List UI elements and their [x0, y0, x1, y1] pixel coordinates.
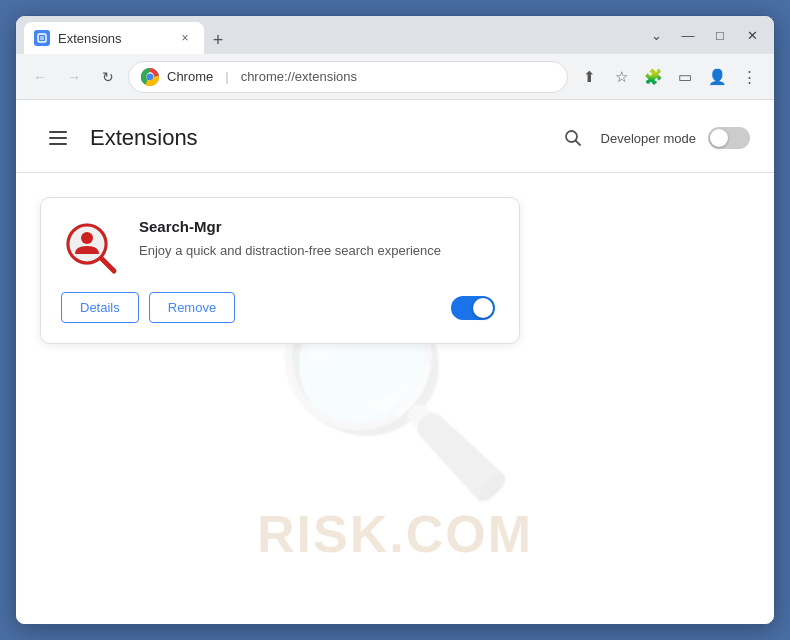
active-tab[interactable]: Extensions ×	[24, 22, 204, 54]
window-controls: ⌄ — □ ✕	[642, 21, 766, 49]
card-bottom: Details Remove	[61, 292, 495, 323]
minimize-button[interactable]: —	[674, 21, 702, 49]
page-content: Extensions Developer mode 🔍 RISK.COM	[16, 100, 774, 624]
details-button[interactable]: Details	[61, 292, 139, 323]
svg-line-10	[102, 259, 114, 271]
bookmark-icon[interactable]: ☆	[606, 62, 636, 92]
extension-description: Enjoy a quick and distraction-free searc…	[139, 241, 495, 261]
toolbar-icons: ⬆ ☆ 🧩 ▭ 👤 ⋮	[574, 62, 764, 92]
extension-name: Search-Mgr	[139, 218, 495, 235]
chevron-down-icon[interactable]: ⌄	[642, 21, 670, 49]
reload-button[interactable]: ↻	[94, 63, 122, 91]
url-brand: Chrome	[167, 69, 213, 84]
toggle-on-knob	[473, 298, 493, 318]
card-top: Search-Mgr Enjoy a quick and distraction…	[61, 218, 495, 278]
forward-button[interactable]: →	[60, 63, 88, 91]
chrome-logo-icon	[141, 68, 159, 86]
watermark-text: RISK.COM	[257, 504, 533, 564]
toggle-knob	[710, 129, 728, 147]
svg-line-7	[575, 141, 580, 146]
tab-close-button[interactable]: ×	[176, 29, 194, 47]
menu-button[interactable]	[40, 120, 76, 156]
developer-mode-label: Developer mode	[601, 131, 696, 146]
extension-card: Search-Mgr Enjoy a quick and distraction…	[40, 197, 520, 344]
page-title: Extensions	[90, 125, 557, 151]
tab-favicon	[34, 30, 50, 46]
header-actions: Developer mode	[557, 122, 750, 154]
tab-title: Extensions	[58, 31, 122, 46]
sidebar-icon[interactable]: ▭	[670, 62, 700, 92]
extension-enabled-toggle[interactable]	[451, 296, 495, 320]
back-button[interactable]: ←	[26, 63, 54, 91]
share-icon[interactable]: ⬆	[574, 62, 604, 92]
maximize-button[interactable]: □	[706, 21, 734, 49]
page-header: Extensions Developer mode	[16, 100, 774, 173]
profile-icon[interactable]: 👤	[702, 62, 732, 92]
title-bar: Extensions × + ⌄ — □ ✕	[16, 16, 774, 54]
address-bar: ← → ↻ Chrome | chrome://extensions ⬆ ☆	[16, 54, 774, 100]
search-button[interactable]	[557, 122, 589, 154]
extension-icon	[61, 218, 121, 278]
svg-rect-0	[38, 34, 46, 42]
url-separator: |	[225, 69, 228, 84]
close-button[interactable]: ✕	[738, 21, 766, 49]
tab-area: Extensions × +	[24, 16, 628, 54]
remove-button[interactable]: Remove	[149, 292, 235, 323]
developer-mode-toggle[interactable]	[708, 127, 750, 149]
url-path: chrome://extensions	[241, 69, 357, 84]
browser-window: Extensions × + ⌄ — □ ✕ ← → ↻	[15, 15, 775, 625]
svg-point-9	[81, 232, 93, 244]
extensions-list: Search-Mgr Enjoy a quick and distraction…	[16, 173, 774, 368]
hamburger-icon	[49, 131, 67, 145]
menu-icon[interactable]: ⋮	[734, 62, 764, 92]
new-tab-button[interactable]: +	[204, 26, 232, 54]
url-bar[interactable]: Chrome | chrome://extensions	[128, 61, 568, 93]
extensions-icon[interactable]: 🧩	[638, 62, 668, 92]
extension-info: Search-Mgr Enjoy a quick and distraction…	[139, 218, 495, 261]
